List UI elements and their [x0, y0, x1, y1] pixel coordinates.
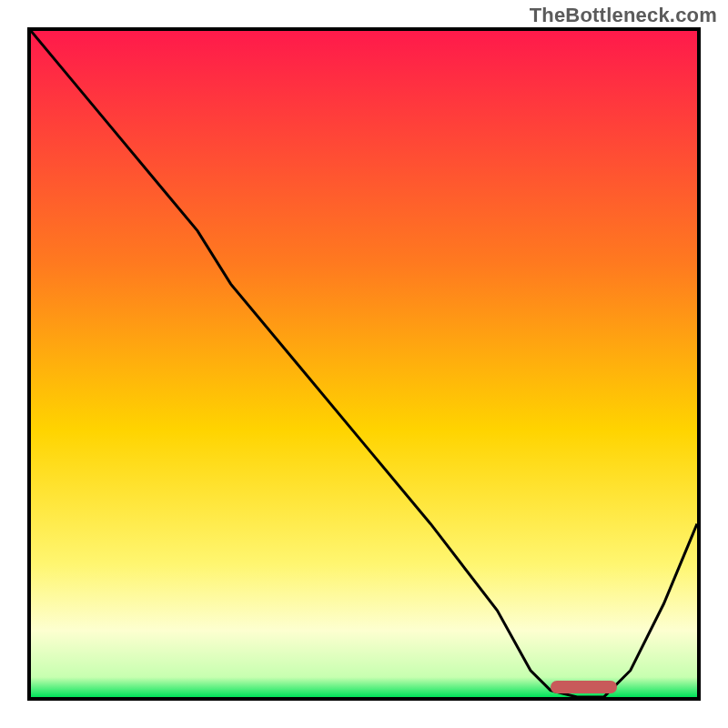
bottleneck-curve — [31, 31, 697, 697]
optimal-range-marker — [551, 681, 617, 693]
chart-frame — [27, 27, 701, 701]
chart-container: TheBottleneck.com — [0, 0, 728, 728]
watermark-text: TheBottleneck.com — [530, 4, 717, 27]
curve-path — [31, 31, 697, 697]
